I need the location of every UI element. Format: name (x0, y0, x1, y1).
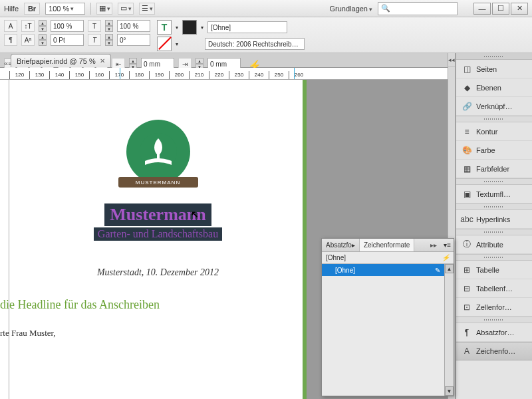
panel-button[interactable]: ▦Farbfelder (456, 160, 532, 178)
fill-color[interactable]: T (157, 20, 172, 35)
panel-button[interactable]: ⊟Tabellenf… (456, 279, 532, 298)
panel-icon: ◆ (462, 82, 472, 93)
scrollbar[interactable]: ▲ ▼ (444, 264, 454, 396)
control-bar: A ↕T ▲▼ 100 % T ▲▼ 100 % ¶ Aª ▲▼ 0 Pt T … (0, 17, 532, 53)
panel-button[interactable]: ▣Textumfl… (456, 185, 532, 203)
panel-label: Hyperlinks (476, 215, 510, 223)
stepper[interactable]: ▲▼ (105, 20, 113, 32)
panel-label: Tabelle (476, 266, 499, 274)
stroke-color[interactable] (182, 20, 197, 35)
panel-button[interactable]: ⓘAttribute (456, 235, 532, 254)
document-tab[interactable]: Briefpapier.indd @ 75 % ✕ (11, 54, 111, 67)
panel-icon: ▣ (462, 189, 472, 200)
panel-label: Absatzfor… (476, 329, 514, 336)
panel-icon: ¶ (462, 327, 472, 338)
baseline-field[interactable]: 0 Pt (51, 34, 84, 46)
dock-separator (456, 254, 532, 261)
panel-label: Tabellenf… (476, 285, 513, 293)
bridge-button[interactable]: Br (24, 3, 40, 15)
panel-dock: ◫Seiten◆Ebenen🔗Verknüpf…≡Kontur🎨Farbe▦Fa… (456, 53, 532, 399)
date-line[interactable]: Musterstadt, 10. Dezember 2012 (27, 267, 289, 278)
panel-label: Zeichenfo… (476, 347, 515, 355)
panel-button[interactable]: ⊞Tabelle (456, 261, 532, 279)
scale-x-field[interactable]: 100 % (51, 20, 84, 32)
edit-icon[interactable]: ✎ (435, 267, 440, 274)
baseline-icon: Aª (21, 34, 35, 46)
panel-icon: ⓘ (462, 239, 472, 250)
dock-separator (456, 317, 532, 323)
panel-icon: 🔗 (462, 101, 472, 112)
maximize-button[interactable]: ☐ (492, 3, 509, 15)
page-edge (303, 80, 307, 399)
para-icon[interactable]: ¶ (4, 34, 17, 46)
stepper[interactable]: ▲▼ (105, 34, 113, 46)
panel-collapse-icon[interactable]: ▸▸ (426, 241, 441, 249)
help-menu[interactable]: Hilfe (4, 5, 19, 13)
skew-field[interactable]: 0° (117, 34, 150, 46)
cursor-icon: ↖ (191, 209, 199, 219)
scroll-up-icon[interactable]: ▲ (445, 264, 454, 273)
character-styles-panel[interactable]: Absatzfo▸ Zeichenformate ▸▸ ▾≡ [Ohne]⚡ [… (321, 238, 454, 396)
panel-button[interactable]: ◆Ebenen (456, 78, 532, 97)
menu-bar: Hilfe Br 100 % ▦ ▭ ☰ Grundlagen 🔍 — ☐ ✕ (0, 0, 532, 17)
panel-button[interactable]: 🎨Farbe (456, 141, 532, 160)
panel-label: Seiten (476, 65, 497, 73)
panel-icon: ⊞ (462, 265, 472, 275)
close-button[interactable]: ✕ (511, 3, 528, 15)
style-list-item[interactable]: [Ohne] ✎ (322, 264, 454, 276)
vertical-ruler[interactable] (0, 80, 9, 399)
panel-label: Textumfl… (476, 190, 511, 198)
panel-tab-absatz[interactable]: Absatzfo▸ (322, 239, 360, 251)
stepper[interactable]: ▲▼ (39, 34, 47, 46)
expand-dock-icon[interactable]: ◂◂ (448, 53, 455, 66)
scale-y-field[interactable]: 100 % (117, 20, 150, 32)
logo-ribbon: MUSTERMANN (118, 177, 198, 188)
logo-graphic[interactable] (126, 120, 190, 184)
panel-button[interactable]: 🔗Verknüpf… (456, 97, 532, 116)
search-input[interactable]: 🔍 (378, 2, 458, 15)
panel-label: Zellenfor… (476, 303, 512, 311)
panel-icon: ≡ (462, 126, 472, 137)
screen-mode-icon[interactable]: ▭ (118, 3, 134, 15)
panel-label: Ebenen (476, 84, 501, 92)
view-options-icon[interactable]: ▦ (96, 3, 112, 15)
salutation[interactable]: rte Frau Muster, (0, 328, 289, 338)
stepper[interactable]: ▲▼ (39, 20, 47, 32)
panel-button[interactable]: AZeichenfo… (456, 342, 532, 360)
panel-icon: ▦ (462, 164, 472, 174)
panel-button[interactable]: ≡Kontur (456, 122, 532, 141)
dock-separator (456, 116, 532, 122)
panel-icon: ⊡ (462, 302, 472, 313)
tab-label: Briefpapier.indd @ 75 % (17, 57, 96, 65)
zoom-dropdown[interactable]: 100 % (45, 3, 85, 15)
panel-button[interactable]: ⊡Zellenfor… (456, 298, 532, 317)
dock-grip[interactable] (456, 53, 532, 60)
company-tagline[interactable]: Garten- und Landschaftsbau (94, 227, 222, 241)
panel-label: Farbfelder (476, 165, 509, 173)
workspace-switcher[interactable]: Grundlagen (330, 5, 373, 13)
scale-y-icon: T (88, 20, 101, 32)
minimize-button[interactable]: — (473, 3, 491, 15)
char-style-dropdown[interactable]: [Ohne] (207, 21, 287, 33)
company-name[interactable]: Mustermann↖ (104, 203, 211, 226)
arrange-icon[interactable]: ☰ (139, 3, 155, 15)
scroll-down-icon[interactable]: ▼ (445, 386, 454, 396)
panel-icon: abc (462, 214, 472, 225)
none-swatch[interactable] (157, 37, 172, 51)
panel-icon: ⊟ (462, 283, 472, 294)
panel-button[interactable]: abcHyperlinks (456, 210, 532, 229)
panel-button[interactable]: ◫Seiten (456, 60, 532, 78)
panel-button[interactable]: ¶Absatzfor… (456, 323, 532, 342)
panel-menu-icon[interactable]: ▾≡ (441, 241, 454, 249)
panel-label: Attribute (476, 241, 503, 249)
style-base-row[interactable]: [Ohne]⚡ (322, 252, 454, 264)
dock-separator (456, 203, 532, 210)
char-icon[interactable]: A (4, 20, 17, 32)
letter-headline[interactable]: die Headline für das Anschreiben (0, 298, 289, 312)
lightning-icon[interactable]: ⚡ (442, 254, 450, 261)
panel-label: Kontur (476, 128, 497, 136)
panel-tab-zeichen[interactable]: Zeichenformate (360, 239, 414, 251)
close-tab-icon[interactable]: ✕ (100, 57, 105, 65)
language-dropdown[interactable]: Deutsch: 2006 Rechtschreib… (205, 38, 305, 50)
panel-icon: ◫ (462, 64, 472, 74)
